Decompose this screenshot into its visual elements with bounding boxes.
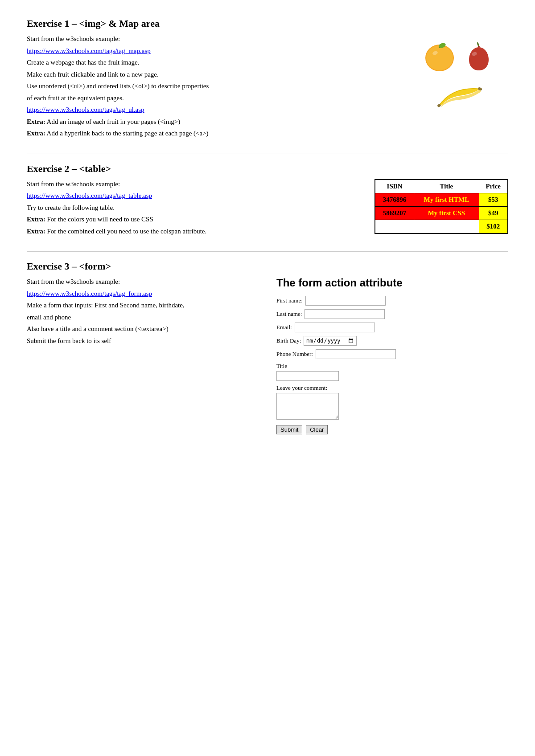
lastname-group: Last name: (276, 309, 508, 319)
table-row: 5869207 My first CSS $49 (375, 206, 508, 220)
col-title: Title (414, 180, 479, 193)
title-group: Title (276, 363, 508, 381)
exercise2-section: Exercise 2 – <table> Start from the w3sc… (27, 163, 508, 238)
ex2-line1: Start from the w3schools example: (27, 179, 357, 189)
lastname-label: Last name: (276, 311, 302, 318)
ex1-link1: https://www.w3schools.com/tags/tag_map.a… (27, 46, 401, 56)
phone-label: Phone Number: (276, 351, 313, 358)
table-row: 3476896 My first HTML $53 (375, 193, 508, 206)
comment-textarea[interactable] (276, 393, 339, 420)
ex3-line3b: email and phone (27, 312, 259, 323)
svg-point-1 (426, 45, 453, 70)
exercise2-title: Exercise 2 – <table> (27, 163, 508, 175)
ex3-line5: Submit the form back to its self (27, 336, 259, 346)
banana-fruit-icon (430, 82, 488, 113)
ex1-line3: Create a webpage that has the fruit imag… (27, 57, 401, 68)
title-1: My first HTML (414, 193, 479, 206)
apple-fruit-icon (461, 38, 497, 74)
firstname-input[interactable] (305, 296, 386, 306)
clear-button[interactable]: Clear (306, 425, 328, 434)
form-buttons: Submit Clear (276, 425, 508, 434)
book-table: ISBN Title Price 3476896 My first HTML $… (374, 179, 508, 234)
exercise3-form: First name: Last name: Email: Birth Day:… (276, 296, 508, 434)
divider2 (27, 251, 508, 252)
ex3-line1: Start from the w3schools example: (27, 277, 259, 287)
title-input[interactable] (276, 371, 339, 381)
total-label-cell (375, 220, 479, 233)
form-title: The form action attribute (276, 277, 508, 289)
form-section: The form action attribute First name: La… (276, 277, 508, 434)
exercise3-section: Exercise 3 – <form> Start from the w3sch… (27, 261, 508, 434)
birthday-input[interactable] (304, 336, 357, 346)
fruit-images (410, 34, 508, 113)
lastname-input[interactable] (305, 309, 385, 319)
ex1-line4: Make each fruit clickable and link to a … (27, 69, 401, 80)
isbn-1: 3476896 (375, 193, 414, 206)
title-2: My first CSS (414, 206, 479, 220)
exercise1-layout: Start from the w3schools example: https:… (27, 34, 508, 140)
exercise2-text: Start from the w3schools example: https:… (27, 179, 357, 238)
price-1: $53 (479, 193, 508, 206)
comment-group: Leave your comment: (276, 384, 508, 421)
submit-button[interactable]: Submit (276, 425, 302, 434)
ex1-link2: https://www.w3schools.com/tags/tag_ul.as… (27, 105, 401, 115)
ex1-extra1: Extra: Add an image of each fruit in you… (27, 117, 401, 127)
email-input[interactable] (295, 323, 375, 332)
ex2-extra1: Extra: For the colors you will need to u… (27, 214, 357, 225)
ex3-link: https://www.w3schools.com/tags/tag_form.… (27, 289, 259, 299)
ex3-line4: Also have a title and a comment section … (27, 324, 259, 334)
exercise3-title: Exercise 3 – <form> (27, 261, 508, 272)
firstname-label: First name: (276, 297, 303, 304)
divider1 (27, 154, 508, 154)
ex2-extra2-label: Extra: (27, 228, 45, 235)
col-price: Price (479, 180, 508, 193)
email-group: Email: (276, 323, 508, 332)
isbn-2: 5869207 (375, 206, 414, 220)
exercise2-layout: Start from the w3schools example: https:… (27, 179, 508, 238)
ex1-line1: Start from the w3schools example: (27, 34, 401, 44)
birthday-group: Birth Day: (276, 336, 508, 346)
ex3-line3: Make a form that inputs: First and Secon… (27, 300, 259, 311)
email-label: Email: (276, 324, 292, 331)
orange-fruit-icon (422, 38, 457, 74)
exercise3-layout: Start from the w3schools example: https:… (27, 277, 508, 434)
total-price: $102 (479, 220, 508, 233)
ex2-link: https://www.w3schools.com/tags/tag_table… (27, 191, 357, 201)
phone-group: Phone Number: (276, 349, 508, 359)
table-row-total: $102 (375, 220, 508, 233)
table-header-row: ISBN Title Price (375, 180, 508, 193)
exercise2-table-container: ISBN Title Price 3476896 My first HTML $… (374, 179, 508, 234)
comment-label: Leave your comment: (276, 384, 508, 392)
ex1-extra1-label: Extra: (27, 118, 45, 125)
exercise1-title: Exercise 1 – <img> & Map area (27, 18, 508, 29)
ex2-extra2: Extra: For the combined cell you need to… (27, 226, 357, 237)
exercise1-text: Start from the w3schools example: https:… (27, 34, 401, 140)
ex1-line5: Use unordered (<ul>) and ordered lists (… (27, 81, 401, 91)
exercise3-text: Start from the w3schools example: https:… (27, 277, 259, 347)
phone-input[interactable] (316, 349, 396, 359)
ex1-extra2-label: Extra: (27, 130, 45, 137)
firstname-group: First name: (276, 296, 508, 306)
price-2: $49 (479, 206, 508, 220)
ex1-extra2: Extra: Add a hyperlink back to the start… (27, 128, 401, 139)
title-label: Title (276, 363, 508, 370)
exercise1-section: Exercise 1 – <img> & Map area Start from… (27, 18, 508, 140)
ex2-line3: Try to create the following table. (27, 203, 357, 213)
birthday-label: Birth Day: (276, 337, 301, 344)
col-isbn: ISBN (375, 180, 414, 193)
ex2-extra1-label: Extra: (27, 216, 45, 223)
ex1-line5b: of each fruit at the equivalent pages. (27, 93, 401, 103)
